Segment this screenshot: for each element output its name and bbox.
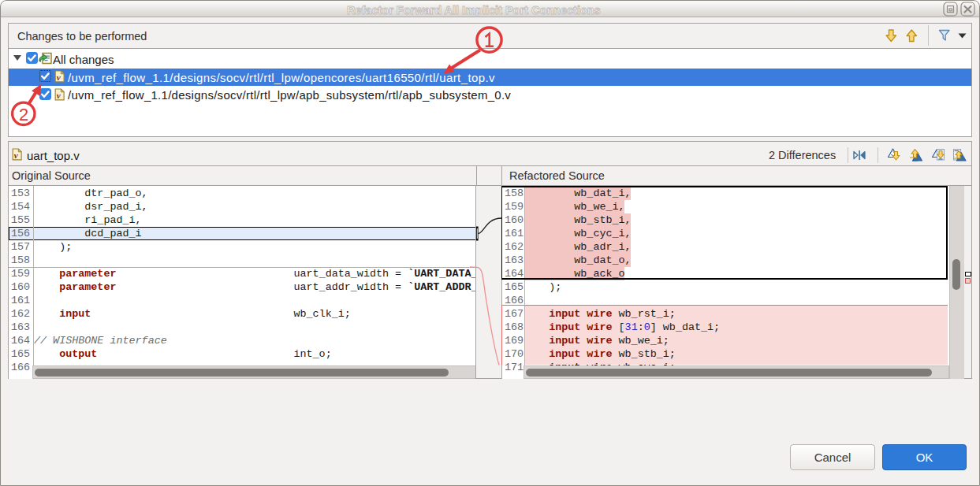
svg-text:2: 2	[19, 105, 28, 124]
